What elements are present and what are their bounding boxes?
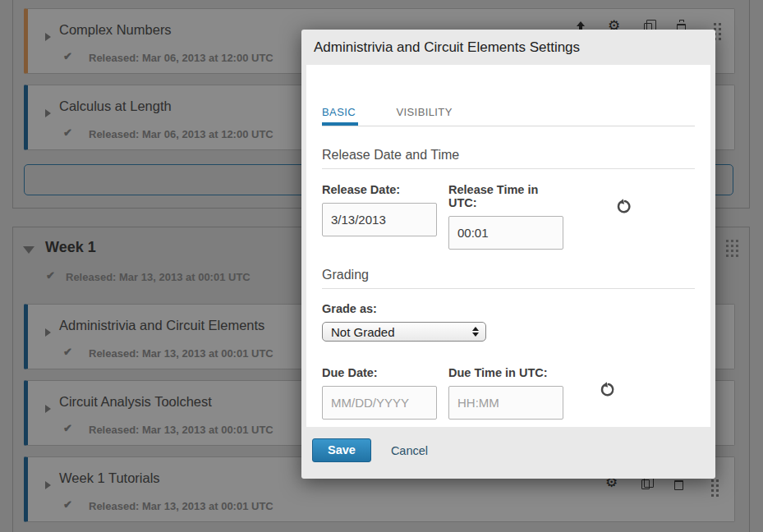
- release-date-label: Release Date:: [322, 183, 437, 196]
- grade-as-label: Grade as:: [322, 302, 695, 315]
- select-arrows-icon: [472, 327, 479, 337]
- release-time-input[interactable]: [448, 216, 563, 250]
- tab-basic[interactable]: BASIC: [322, 106, 358, 126]
- tab-visibility[interactable]: VISIBILITY: [396, 106, 454, 126]
- modal-footer: Save Cancel: [312, 438, 428, 462]
- modal-body: BASIC VISIBILITY Release Date and Time R…: [306, 65, 710, 427]
- save-button[interactable]: Save: [312, 438, 371, 462]
- release-section-heading: Release Date and Time: [322, 148, 695, 169]
- course-outline-page: Complex Numbers ✔ Released: Mar 06, 2013…: [0, 0, 763, 532]
- release-field-row: Release Date: Release Time in UTC:: [322, 169, 695, 250]
- grading-section-heading: Grading: [322, 268, 695, 289]
- tab-bar: BASIC VISIBILITY: [322, 104, 695, 126]
- due-time-label: Due Time in UTC:: [448, 366, 563, 379]
- due-field-row: Due Date: Due Time in UTC:: [322, 342, 695, 420]
- grade-as-value: Not Graded: [331, 325, 395, 339]
- grade-as-select[interactable]: Not Graded: [322, 322, 486, 342]
- due-date-label: Due Date:: [322, 366, 437, 379]
- release-time-label: Release Time in UTC:: [448, 183, 563, 209]
- cancel-button[interactable]: Cancel: [391, 444, 428, 457]
- settings-modal: Administrivia and Circuit Elements Setti…: [301, 30, 715, 479]
- modal-title: Administrivia and Circuit Elements Setti…: [301, 30, 715, 65]
- release-date-input[interactable]: [322, 203, 437, 236]
- due-date-input[interactable]: [322, 386, 437, 420]
- reset-icon[interactable]: [600, 382, 615, 398]
- due-time-input[interactable]: [448, 386, 563, 420]
- reset-icon[interactable]: [616, 199, 632, 215]
